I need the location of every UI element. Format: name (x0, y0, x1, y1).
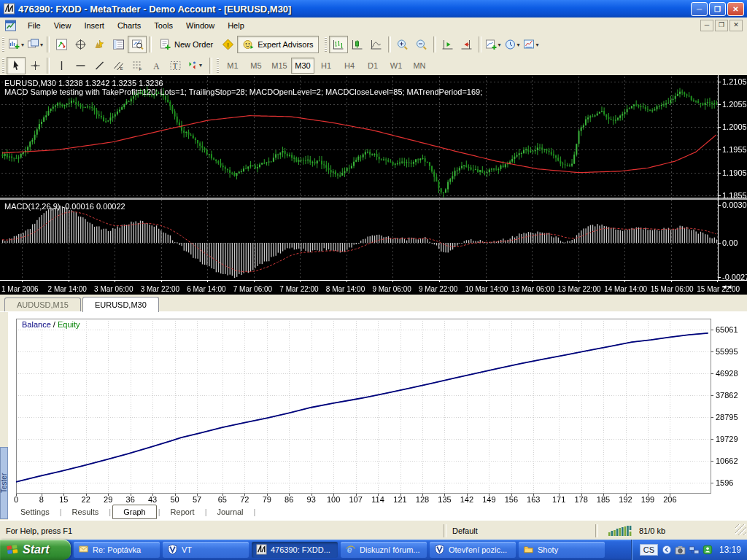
tester-tab-report[interactable]: Report (162, 506, 204, 518)
price-chart-canvas[interactable] (0, 75, 747, 295)
task-button-diskuzn-f-rum-[interactable]: eDiskuzní fórum... (341, 542, 427, 558)
zoom-out-icon[interactable] (412, 36, 431, 53)
equidistant-channel-icon[interactable]: E (109, 57, 128, 74)
language-indicator[interactable]: CS (640, 544, 658, 556)
timeframe-h4[interactable]: H4 (338, 58, 361, 74)
timeframe-m1[interactable]: M1 (221, 58, 244, 74)
profiles-icon[interactable]: ▾ (26, 36, 44, 53)
timeframe-m5[interactable]: M5 (244, 58, 268, 74)
resize-grip[interactable] (735, 524, 746, 535)
toolbar-grip[interactable] (2, 58, 4, 73)
menu-insert[interactable]: Insert (77, 19, 111, 32)
balance-x-tick-label: 50 (170, 495, 179, 504)
text-label-icon[interactable]: T (166, 57, 185, 74)
price-tick-label: 1.1905 (722, 168, 747, 177)
chart-tab-audusd-m15[interactable]: AUDUSD,M15 (4, 298, 81, 311)
macd-tick-label: -0.00274 (722, 273, 747, 281)
toolbar-grip[interactable] (325, 37, 327, 52)
folder-icon (523, 544, 534, 556)
bar-chart-icon[interactable] (329, 36, 348, 53)
data-window-icon[interactable] (71, 36, 90, 53)
task-button-shoty[interactable]: Shoty (519, 542, 605, 558)
text-icon[interactable]: A (147, 57, 166, 74)
menu-tools[interactable]: Tools (147, 19, 179, 32)
auto-scroll-icon[interactable] (438, 36, 457, 53)
mdi-restore-button[interactable]: ❐ (715, 20, 728, 31)
price-tick-label: 1.2105 (722, 77, 747, 86)
svg-text:!: ! (227, 42, 229, 49)
candlestick-chart-icon[interactable] (348, 36, 367, 53)
menu-file[interactable]: File (21, 19, 47, 32)
timeframe-m15[interactable]: M15 (268, 58, 291, 74)
periods-icon[interactable]: ▾ (503, 36, 522, 53)
network-icon[interactable] (689, 545, 700, 555)
taskbar-clock[interactable]: 13:19 (719, 545, 741, 555)
task-button-476390-fxdd-[interactable]: 476390: FXDD... (252, 542, 338, 558)
tester-tab-graph[interactable]: Graph (112, 505, 157, 519)
tester-tab-results[interactable]: Results (63, 506, 108, 518)
vertical-line-icon[interactable] (52, 57, 71, 74)
legend-balance: Balance (22, 320, 51, 329)
menu-view[interactable]: View (47, 19, 78, 32)
templates-icon[interactable]: ▾ (522, 36, 541, 53)
restore-button[interactable]: ❐ (709, 2, 726, 16)
chart-shift-icon[interactable] (457, 36, 476, 53)
balance-x-tick-label: 114 (371, 495, 384, 504)
tab-separator: | (252, 508, 258, 516)
terminal-icon[interactable] (109, 36, 128, 53)
chart-tab-eurusd-m30[interactable]: EURUSD,M30 (82, 297, 159, 312)
tester-tab-settings[interactable]: Settings (12, 506, 58, 518)
chevron-left-icon[interactable] (662, 545, 672, 555)
close-button[interactable]: ✕ (727, 2, 744, 16)
trendline-icon[interactable] (90, 57, 109, 74)
task-button-vt[interactable]: VT (163, 542, 249, 558)
timeframe-buttons: M1M5M15M30H1H4D1W1MN (221, 58, 431, 74)
timeframe-d1[interactable]: D1 (361, 58, 384, 74)
toolbar-grip[interactable] (2, 37, 4, 52)
arrows-icon[interactable]: ▾ (185, 57, 204, 74)
timeframe-m30[interactable]: M30 (291, 58, 314, 74)
tester-tab-journal[interactable]: Journal (208, 506, 252, 518)
toolbar-separator (149, 36, 152, 52)
timeframe-h1[interactable]: H1 (314, 58, 338, 74)
new-order-button[interactable]: New Order (154, 36, 218, 53)
balance-x-tick-label: 0 (14, 495, 18, 504)
indicators-icon[interactable]: ▾ (484, 36, 503, 53)
expert-advisors-button[interactable]: Expert Advisors (237, 36, 318, 53)
fibonacci-icon[interactable]: F (128, 57, 147, 74)
crosshair-icon[interactable] (26, 57, 44, 74)
status-profile[interactable]: Default (446, 526, 595, 535)
vt-shield-icon (167, 544, 178, 556)
graph-legend: Balance / Equity (22, 320, 80, 329)
mdi-minimize-button[interactable]: ─ (700, 20, 713, 31)
horizontal-line-icon[interactable] (71, 57, 90, 74)
timeframe-mn[interactable]: MN (408, 58, 431, 74)
line-chart-icon[interactable] (367, 36, 386, 53)
tester-vertical-tab[interactable]: Tester (0, 447, 8, 519)
balance-graph-canvas[interactable] (8, 312, 747, 503)
camera-icon[interactable] (675, 545, 686, 555)
task-button-re-popt-vka[interactable]: Re: Poptávka (74, 542, 160, 558)
balance-x-tick-label: 149 (482, 495, 495, 504)
menu-charts[interactable]: Charts (111, 19, 147, 32)
cursor-icon[interactable] (7, 57, 26, 74)
new-chart-icon[interactable]: ▾ (7, 36, 26, 53)
toolbar-grip[interactable] (217, 58, 219, 73)
market-watch-icon[interactable] (52, 36, 71, 53)
menu-help[interactable]: Help (221, 19, 251, 32)
zoom-in-icon[interactable] (393, 36, 412, 53)
tab-separator: | (107, 508, 112, 516)
navigator-icon[interactable] (90, 36, 109, 53)
start-button[interactable]: Start (0, 540, 71, 560)
strategy-tester-icon[interactable] (128, 36, 147, 53)
timeframe-w1[interactable]: W1 (384, 58, 408, 74)
task-button-otev-en-pozic-[interactable]: Otevření pozic... (430, 542, 516, 558)
messenger-icon[interactable] (703, 545, 713, 555)
chart-window-icon[interactable] (4, 20, 17, 31)
alert-icon[interactable]: ! (218, 36, 237, 53)
menu-window[interactable]: Window (179, 19, 221, 32)
toolbar-separator (47, 58, 50, 74)
mdi-close-button[interactable]: ✕ (729, 20, 743, 31)
metatrader-icon (256, 544, 267, 556)
minimize-button[interactable]: ─ (691, 2, 708, 16)
